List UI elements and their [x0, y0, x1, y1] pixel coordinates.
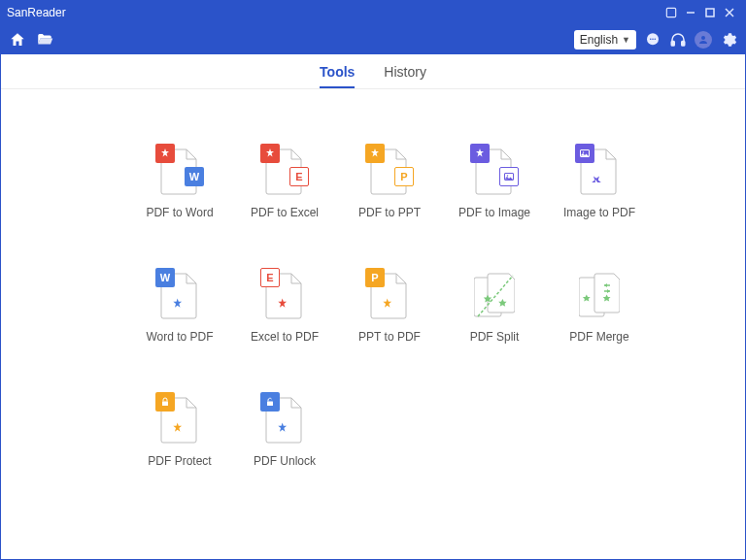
word-badge-icon: W	[155, 268, 175, 287]
pdf-badge-icon	[155, 144, 175, 163]
tool-pdf-to-image[interactable]: PDF to Image	[442, 148, 547, 272]
tab-strip: Tools History	[1, 54, 745, 89]
excel-badge-icon: E	[289, 167, 309, 186]
svg-rect-9	[671, 41, 674, 46]
svg-point-13	[507, 175, 509, 177]
tool-pdf-to-ppt[interactable]: P PDF to PPT	[337, 148, 442, 272]
minimize-button[interactable]	[681, 3, 700, 22]
svg-point-11	[701, 36, 705, 40]
tool-label: PDF Unlock	[254, 454, 316, 468]
main-toolbar: English ▼	[1, 24, 745, 54]
ppt-badge-icon: P	[394, 167, 414, 186]
maximize-button[interactable]	[700, 3, 720, 22]
language-label: English	[580, 33, 618, 47]
svg-point-6	[650, 38, 652, 40]
tool-pdf-protect[interactable]: PDF Protect	[127, 396, 232, 520]
tool-image-to-pdf[interactable]: Image to PDF	[547, 148, 652, 272]
split-icon	[474, 272, 515, 320]
lock-icon	[155, 392, 175, 412]
tool-label: PDF Protect	[148, 454, 211, 468]
tool-ppt-to-pdf[interactable]: P PPT to PDF	[337, 272, 442, 396]
unlock-icon	[260, 392, 280, 412]
svg-rect-2	[706, 9, 714, 16]
svg-rect-0	[666, 8, 675, 16]
tools-content: W PDF to Word E PDF to Excel P PDF to PP…	[1, 89, 745, 520]
tool-label: PDF Merge	[569, 330, 628, 344]
image-badge-icon	[499, 167, 519, 186]
pdf-badge-icon	[470, 144, 490, 163]
chevron-down-icon: ▼	[622, 35, 630, 45]
tool-excel-to-pdf[interactable]: E Excel to PDF	[232, 272, 337, 396]
tool-word-to-pdf[interactable]: W Word to PDF	[127, 272, 232, 396]
tab-history[interactable]: History	[384, 56, 426, 87]
home-button[interactable]	[9, 31, 26, 49]
app-title: SanReader	[7, 6, 661, 19]
tool-label: PDF to Image	[458, 206, 530, 219]
tool-pdf-unlock[interactable]: PDF Unlock	[232, 396, 337, 520]
svg-rect-20	[267, 402, 273, 407]
tool-label: Excel to PDF	[251, 330, 319, 344]
user-avatar[interactable]	[695, 31, 712, 49]
title-bar: SanReader	[1, 1, 745, 24]
svg-rect-10	[682, 41, 685, 46]
pin-icon[interactable]	[661, 3, 681, 22]
tool-pdf-merge[interactable]: PDF Merge	[547, 272, 652, 396]
excel-badge-icon: E	[260, 268, 280, 287]
chat-icon[interactable]	[644, 31, 661, 49]
tab-tools[interactable]: Tools	[320, 56, 355, 87]
tools-grid: W PDF to Word E PDF to Excel P PDF to PP…	[127, 148, 745, 520]
settings-icon[interactable]	[720, 31, 737, 49]
tool-label: PDF Split	[470, 330, 520, 344]
pdf-badge-icon	[365, 144, 385, 163]
merge-icon	[579, 272, 620, 320]
tool-label: PPT to PDF	[358, 330, 421, 344]
svg-point-7	[652, 38, 654, 40]
ppt-badge-icon: P	[365, 268, 385, 287]
tool-label: PDF to Word	[146, 206, 213, 219]
word-badge-icon: W	[185, 167, 204, 186]
close-button[interactable]	[720, 3, 739, 22]
open-file-button[interactable]	[36, 31, 53, 49]
tool-pdf-to-word[interactable]: W PDF to Word	[127, 148, 232, 272]
pdf-badge-icon	[260, 144, 280, 163]
svg-rect-19	[162, 402, 168, 407]
language-selector[interactable]: English ▼	[574, 30, 636, 49]
svg-point-15	[583, 151, 585, 153]
svg-point-8	[655, 38, 657, 40]
tool-label: PDF to Excel	[251, 206, 319, 219]
tool-label: Word to PDF	[146, 330, 213, 344]
tool-label: Image to PDF	[563, 206, 635, 219]
tool-label: PDF to PPT	[358, 206, 421, 219]
tool-pdf-split[interactable]: PDF Split	[442, 272, 547, 396]
headphones-icon[interactable]	[669, 31, 687, 49]
tool-pdf-to-excel[interactable]: E PDF to Excel	[232, 148, 337, 272]
image-badge-icon	[575, 144, 594, 163]
